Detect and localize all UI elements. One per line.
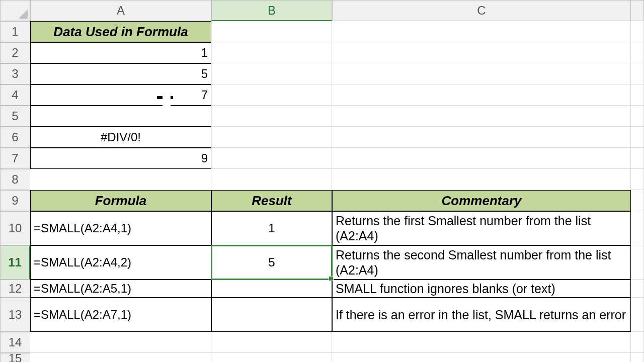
cell-d2[interactable] bbox=[631, 42, 644, 63]
cell-a11[interactable]: =SMALL(A2:A4,2) bbox=[30, 245, 211, 280]
cell-b12[interactable] bbox=[211, 280, 332, 298]
cell-d3[interactable] bbox=[631, 63, 644, 84]
cell-b6[interactable] bbox=[211, 127, 332, 148]
cell-d9[interactable] bbox=[631, 190, 644, 211]
cell-d6[interactable] bbox=[631, 127, 644, 148]
cell-a2[interactable]: 1 bbox=[30, 42, 211, 63]
cell-c14[interactable] bbox=[332, 332, 631, 353]
cell-b2[interactable] bbox=[211, 42, 332, 63]
cell-d7[interactable] bbox=[631, 148, 644, 169]
cell-b1[interactable] bbox=[211, 21, 332, 42]
cell-d11[interactable] bbox=[631, 245, 644, 280]
cell-d10[interactable] bbox=[631, 211, 644, 245]
row-header-6[interactable]: 6 bbox=[0, 127, 30, 148]
cell-c9-header[interactable]: Commentary bbox=[332, 190, 631, 211]
cell-c7[interactable] bbox=[332, 148, 631, 169]
cell-c12[interactable]: SMALL function ignores blanks (or text) bbox=[332, 280, 631, 298]
cell-a10[interactable]: =SMALL(A2:A4,1) bbox=[30, 211, 211, 245]
row-header-10[interactable]: 10 bbox=[0, 211, 30, 245]
cell-c3[interactable] bbox=[332, 63, 631, 84]
cell-c10[interactable]: Returns the first Smallest number from t… bbox=[332, 211, 631, 245]
row-header-15[interactable]: 15 bbox=[0, 353, 30, 362]
cell-d4[interactable] bbox=[631, 84, 644, 106]
cell-b14[interactable] bbox=[211, 332, 332, 353]
cell-a8[interactable] bbox=[30, 169, 211, 190]
cell-b5[interactable] bbox=[211, 106, 332, 127]
row-header-1[interactable]: 1 bbox=[0, 21, 30, 42]
cell-a9-header[interactable]: Formula bbox=[30, 190, 211, 211]
cell-c2[interactable] bbox=[332, 42, 631, 63]
cell-a5[interactable] bbox=[30, 106, 211, 127]
cell-c4[interactable] bbox=[332, 84, 631, 106]
cell-c13[interactable]: If there is an error in the list, SMALL … bbox=[332, 298, 631, 332]
cell-a3[interactable]: 5 bbox=[30, 63, 211, 84]
cell-d5[interactable] bbox=[631, 106, 644, 127]
col-header-c[interactable]: C bbox=[332, 0, 631, 21]
cell-d8[interactable] bbox=[631, 169, 644, 190]
cell-b13[interactable] bbox=[211, 298, 332, 332]
cell-b15[interactable] bbox=[211, 353, 332, 362]
cell-b11-selected[interactable]: 5 bbox=[211, 245, 332, 280]
row-header-3[interactable]: 3 bbox=[0, 63, 30, 84]
row-header-11[interactable]: 11 bbox=[0, 245, 30, 280]
cell-b9-header[interactable]: Result bbox=[211, 190, 332, 211]
cell-b4[interactable] bbox=[211, 84, 332, 106]
row-header-8[interactable]: 8 bbox=[0, 169, 30, 190]
row-header-7[interactable]: 7 bbox=[0, 148, 30, 169]
cell-a15[interactable] bbox=[30, 353, 211, 362]
cell-a6[interactable]: #DIV/0! bbox=[30, 127, 211, 148]
cell-a13[interactable]: =SMALL(A2:A7,1) bbox=[30, 298, 211, 332]
select-all-corner[interactable] bbox=[0, 0, 30, 21]
cell-c6[interactable] bbox=[332, 127, 631, 148]
cell-c11[interactable]: Returns the second Smallest number from … bbox=[332, 245, 631, 280]
cell-a12[interactable]: =SMALL(A2:A5,1) bbox=[30, 280, 211, 298]
col-header-b[interactable]: B bbox=[211, 0, 332, 21]
cell-c8[interactable] bbox=[332, 169, 631, 190]
cell-b8[interactable] bbox=[211, 169, 332, 190]
cell-b7[interactable] bbox=[211, 148, 332, 169]
cell-c5[interactable] bbox=[332, 106, 631, 127]
cell-d14[interactable] bbox=[631, 332, 644, 353]
row-header-2[interactable]: 2 bbox=[0, 42, 30, 63]
cell-a7[interactable]: 9 bbox=[30, 148, 211, 169]
cell-a14[interactable] bbox=[30, 332, 211, 353]
spreadsheet-grid[interactable]: A B C 1 Data Used in Formula 2 1 3 5 4 7… bbox=[0, 0, 644, 362]
col-header-d[interactable] bbox=[631, 0, 644, 21]
cell-d1[interactable] bbox=[631, 21, 644, 42]
row-header-14[interactable]: 14 bbox=[0, 332, 30, 353]
cell-d15[interactable] bbox=[631, 353, 644, 362]
cell-b3[interactable] bbox=[211, 63, 332, 84]
col-header-a[interactable]: A bbox=[30, 0, 211, 21]
row-header-4[interactable]: 4 bbox=[0, 84, 30, 106]
cell-a1-header[interactable]: Data Used in Formula bbox=[30, 21, 211, 42]
cell-c1[interactable] bbox=[332, 21, 631, 42]
row-header-12[interactable]: 12 bbox=[0, 280, 30, 298]
row-header-13[interactable]: 13 bbox=[0, 298, 30, 332]
cell-c15[interactable] bbox=[332, 353, 631, 362]
cell-d13[interactable] bbox=[631, 298, 644, 332]
cell-b10[interactable]: 1 bbox=[211, 211, 332, 245]
row-header-5[interactable]: 5 bbox=[0, 106, 30, 127]
cell-a4[interactable]: 7 bbox=[30, 84, 211, 106]
cell-d12[interactable] bbox=[631, 280, 644, 298]
row-header-9[interactable]: 9 bbox=[0, 190, 30, 211]
